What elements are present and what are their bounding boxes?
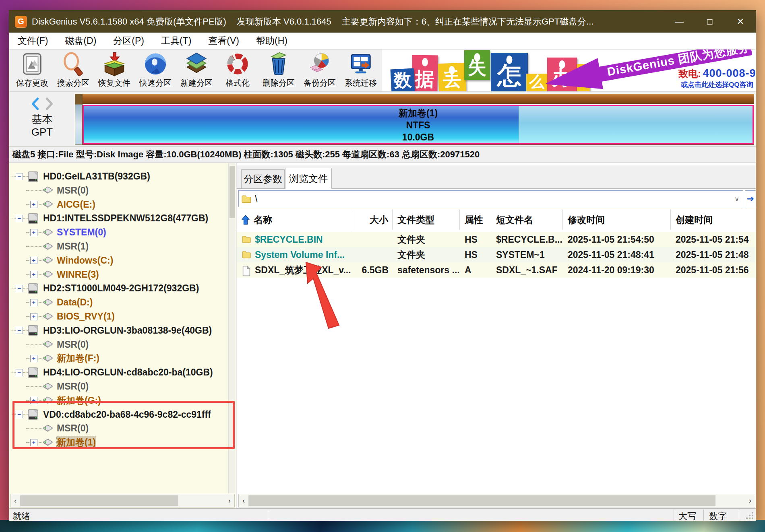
format-button[interactable]: 格式化 [217,50,258,91]
menu-item[interactable]: 帮助(H) [248,35,296,47]
scrollbar-thumb[interactable] [229,166,235,218]
quick-partition-button[interactable]: 快速分区 [135,50,176,91]
tree-item-disk[interactable]: −HD0:GeILA31TB(932GB) [9,169,236,184]
scroll-right-icon[interactable]: › [225,494,234,507]
status-separator [739,509,739,521]
resize-grip[interactable] [745,512,753,520]
file-attr: HS [460,247,491,262]
file-size [354,232,393,247]
column-header-1[interactable]: 名称 [237,210,354,230]
collapse-icon[interactable]: − [16,327,23,334]
scroll-left-icon[interactable]: ‹ [10,494,20,507]
tree-connector [26,344,43,345]
file-row[interactable]: SDXL_筑梦工业XL_v...6.5GBsafetensors ...ASDX… [237,262,756,278]
menu-item[interactable]: 查看(V) [200,35,248,47]
file-shortname: SYSTEM~1 [491,247,563,262]
scrollbar-thumb[interactable] [20,495,178,506]
selected-partition-block[interactable]: 新加卷(1) NTFS 10.0GB [83,105,754,144]
scrollbar-thumb[interactable] [248,495,715,506]
menu-item[interactable]: 分区(P) [105,35,153,47]
column-header-7[interactable]: 创建时间 [671,210,756,230]
collapse-icon[interactable]: − [16,173,23,180]
file-row[interactable]: System Volume Inf...文件夹HSSYSTEM~12025-11… [237,247,756,262]
tree-item-disk[interactable]: −HD3:LIO-ORGLUN-3ba08138-9e(40GB) [9,324,236,338]
minimize-button[interactable]: — [664,10,695,33]
promo-tile: 怎 [491,53,528,91]
expand-icon[interactable]: + [30,299,37,306]
tree-item-partition[interactable]: MSR(0) [9,184,236,198]
desktop-wallpaper-strip [0,520,765,532]
next-disk-icon[interactable] [45,97,54,110]
tree-item-partition[interactable]: +Data(D:) [9,295,236,309]
new-partition-icon [184,52,209,76]
column-header-4[interactable]: 属性 [460,210,491,230]
tree-item-partition[interactable]: +BIOS_RVY(1) [9,309,236,324]
scroll-left-icon[interactable]: ‹ [239,494,248,507]
expand-icon[interactable]: + [30,313,37,320]
status-caps-indicator: 大写 [678,510,696,521]
search-button[interactable]: 搜索分区 [53,50,94,91]
save-button[interactable]: 保存更改 [12,50,53,91]
chevron-down-icon[interactable]: ∨ [731,195,743,203]
tree-item-partition[interactable]: MSR(0) [9,379,236,394]
expand-icon[interactable]: + [30,229,37,236]
promo-phone: 致电: 400-008-995 [678,67,756,80]
menu-item[interactable]: 磁盘(D) [56,35,105,47]
tree-item-disk[interactable]: −HD4:LIO-ORGLUN-cd8abc20-ba(10GB) [9,365,236,379]
tree-item-label: MSR(1) [57,241,89,252]
delete-partition-button[interactable]: 删除分区 [258,50,299,91]
status-ready: 就绪 [12,510,30,521]
maximize-button[interactable]: □ [695,10,725,33]
new-partition-button[interactable]: 新建分区 [176,50,217,91]
close-button[interactable]: ✕ [725,10,756,33]
file-row[interactable]: $RECYCLE.BIN文件夹HS$RECYCLE.B...2025-11-05… [237,232,756,247]
tree-item-partition[interactable]: MSR(0) [9,338,236,352]
system-migrate-button[interactable]: 系统迁移 [340,50,381,91]
promo-qq-link[interactable]: 或点击此处选择QQ咨询 [681,80,753,89]
file-name: System Volume Inf... [237,247,354,262]
tree-item-partition[interactable]: +WINRE(3) [9,268,236,282]
file-horizontal-scrollbar[interactable]: ‹ › [238,494,755,507]
file-attr: A [460,262,491,278]
recover-button[interactable]: 恢复文件 [94,50,135,91]
toolbar-button-label: 快速分区 [139,78,172,89]
promo-banner[interactable]: 数据丢失怎么办！ DiskGenius 团队为您服务 致电: 400-008-9… [382,49,756,91]
collapse-icon[interactable]: − [16,369,23,376]
tree-item-partition[interactable]: +Windows(C:) [9,254,236,268]
tree-item-partition[interactable]: +SYSTEM(0) [9,225,236,239]
column-header-3[interactable]: 文件类型 [393,210,460,230]
toolbar-button-label: 删除分区 [263,78,295,89]
menu-item[interactable]: 工具(T) [153,35,200,47]
tree-connector [26,386,43,387]
tree-horizontal-scrollbar[interactable]: ‹ › [10,494,235,507]
tree-item-label: WINRE(3) [57,269,99,280]
address-bar[interactable]: \ ∨ [238,190,743,207]
column-header-6[interactable]: 修改时间 [563,210,671,230]
tree-item-disk[interactable]: −HD1:INTELSSDPEKNW512G8(477GB) [9,211,236,225]
tab-partition-params[interactable]: 分区参数 [241,169,285,189]
tree-item-partition[interactable]: MSR(1) [9,239,236,254]
file-size: 6.5GB [354,262,393,278]
expand-icon[interactable]: + [30,201,37,208]
backup-partition-button[interactable]: 备份分区 [299,50,340,91]
expand-icon[interactable]: + [30,257,37,264]
tree-item-disk[interactable]: −HD2:ST1000LM049-2GH172(932GB) [9,281,236,295]
tree-item-label: Data(D:) [57,297,93,308]
collapse-icon[interactable]: − [16,285,23,292]
tree-item-partition[interactable]: +新加卷(F:) [9,351,236,365]
disk-edge-strip [75,94,82,145]
column-header-5[interactable]: 短文件名 [491,210,563,230]
prev-disk-icon[interactable] [31,97,39,110]
tab-browse-files[interactable]: 浏览文件 [285,168,332,189]
expand-icon[interactable]: + [30,271,37,278]
promo-tile: 丢 [438,63,466,91]
expand-icon[interactable]: + [30,355,37,362]
scroll-right-icon[interactable]: › [745,494,755,507]
go-button[interactable]: ➔ [745,190,756,207]
tree-item-partition[interactable]: +AICG(E:) [9,198,236,212]
annotation-red-box [12,401,235,449]
collapse-icon[interactable]: − [16,215,23,222]
column-header-2[interactable]: 大小 [354,210,393,230]
menu-item[interactable]: 文件(F) [9,35,56,47]
file-name: SDXL_筑梦工业XL_v... [237,262,354,278]
